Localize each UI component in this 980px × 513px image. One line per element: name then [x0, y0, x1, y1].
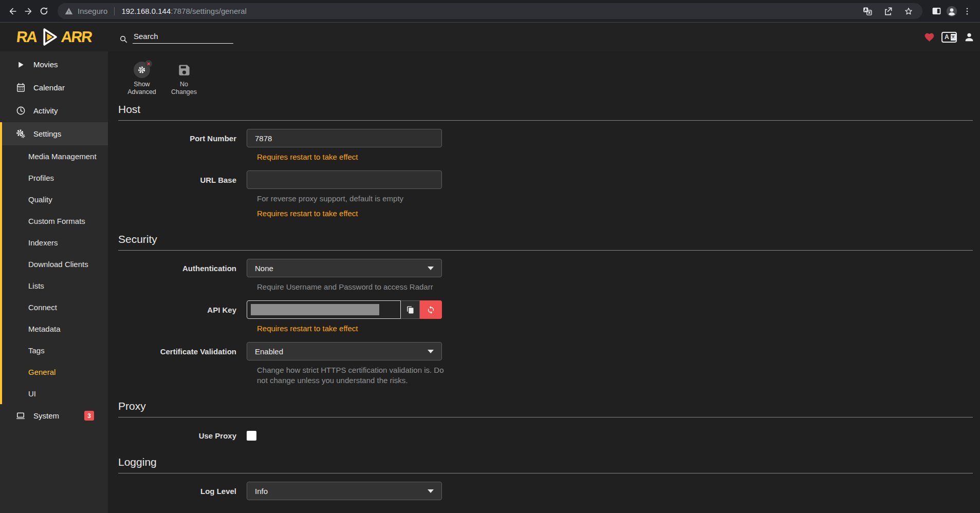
sidebar-item-settings[interactable]: Settings	[2, 122, 108, 145]
sidebar-item-calendar[interactable]: Calendar	[0, 76, 108, 99]
forward-button[interactable]	[21, 4, 36, 19]
sidebar-subitem-download-clients[interactable]: Download Clients	[2, 253, 108, 275]
warning-triangle-icon	[65, 7, 73, 15]
sidebar-subitem-profiles[interactable]: Profiles	[2, 167, 108, 188]
radarr-logo[interactable]: RA ARR	[0, 26, 108, 48]
share-button[interactable]	[881, 5, 895, 18]
sidebar-settings-group: Settings Media Management Profiles Quali…	[0, 122, 108, 404]
url-path: :7878/settings/general	[171, 7, 247, 15]
address-divider	[114, 7, 115, 15]
copy-icon	[406, 306, 415, 314]
security-status-label[interactable]: Inseguro	[78, 7, 107, 15]
translate-letter-a: A	[945, 33, 949, 41]
search-box	[119, 31, 233, 44]
forward-arrow-icon	[23, 6, 33, 16]
sidebar-subitem-lists[interactable]: Lists	[2, 275, 108, 296]
address-bar[interactable]: Inseguro 192.168.0.144:7878/settings/gen…	[58, 3, 922, 19]
sidebar-subitem-metadata[interactable]: Metadata	[2, 318, 108, 339]
api-key-input[interactable]	[247, 300, 401, 319]
certificate-validation-select[interactable]: Enabled	[247, 342, 442, 360]
translate-app-button[interactable]: A	[941, 32, 957, 43]
authentication-group: Authentication None Require Username and…	[118, 259, 973, 292]
browser-menu-button[interactable]	[959, 4, 975, 19]
sidebar-item-activity[interactable]: Activity	[0, 99, 108, 122]
use-proxy-label: Use Proxy	[118, 431, 247, 440]
log-level-select[interactable]: Info	[247, 482, 442, 500]
port-number-label: Port Number	[118, 134, 247, 143]
section-title: Security	[118, 233, 973, 251]
sidebar-subitem-media-management[interactable]: Media Management	[2, 145, 108, 167]
sidebar-item-label: System	[33, 411, 59, 420]
section-proxy: Proxy Use Proxy	[118, 400, 973, 441]
logo-text-right: ARR	[61, 29, 93, 45]
sidebar-subitem-ui[interactable]: UI	[2, 383, 108, 404]
calendar-icon	[15, 83, 26, 92]
browser-chrome: Inseguro 192.168.0.144:7878/settings/gen…	[0, 0, 980, 23]
advanced-gear-icon: ×	[134, 62, 150, 78]
copy-api-key-button[interactable]	[401, 300, 420, 319]
system-status-badge: 3	[84, 411, 94, 421]
share-icon	[883, 6, 893, 16]
bookmark-button[interactable]	[902, 5, 915, 18]
section-title: Proxy	[118, 400, 973, 417]
authentication-select[interactable]: None	[247, 259, 442, 277]
translate-icon	[862, 6, 873, 16]
url-text: 192.168.0.144:7878/settings/general	[121, 7, 247, 15]
reload-icon	[39, 6, 49, 16]
search-input[interactable]	[133, 31, 233, 44]
no-changes-label: NoChanges	[171, 81, 197, 96]
play-logo-icon	[38, 26, 60, 48]
save-changes-button[interactable]: NoChanges	[165, 62, 203, 96]
person-icon	[964, 31, 975, 43]
donate-button[interactable]	[924, 32, 935, 43]
profile-button[interactable]	[944, 4, 959, 19]
show-advanced-button[interactable]: × ShowAdvanced	[123, 62, 161, 96]
app-header: RA ARR A	[0, 23, 980, 51]
section-title: Logging	[118, 456, 973, 473]
restart-warning: Requires restart to take effect	[257, 324, 448, 334]
url-base-label: URL Base	[118, 176, 247, 184]
advanced-hidden-badge: ×	[145, 60, 152, 67]
sidebar: Movies Calendar Activity Settings Media …	[0, 51, 108, 513]
sidebar-item-label: Calendar	[33, 83, 65, 92]
reload-button[interactable]	[36, 4, 51, 19]
sidebar-subitem-custom-formats[interactable]: Custom Formats	[2, 210, 108, 232]
laptop-icon	[15, 411, 26, 421]
sidebar-subitem-quality[interactable]: Quality	[2, 188, 108, 210]
sidebar-item-movies[interactable]: Movies	[0, 53, 108, 76]
refresh-icon	[427, 306, 435, 314]
section-host: Host Port Number Requires restart to tak…	[118, 103, 973, 219]
use-proxy-checkbox[interactable]	[247, 431, 256, 441]
selected-value: Info	[255, 487, 428, 496]
api-key-label: API Key	[118, 306, 247, 314]
settings-general-page: × ShowAdvanced NoChanges Host Port Numbe…	[108, 51, 980, 513]
clock-icon	[15, 106, 26, 116]
kebab-menu-icon	[963, 7, 972, 16]
sidebar-subitem-connect[interactable]: Connect	[2, 296, 108, 318]
authentication-label: Authentication	[118, 264, 247, 273]
sidebar-subitem-general[interactable]: General	[2, 361, 108, 383]
port-number-input[interactable]	[247, 129, 442, 147]
sidebar-subitem-tags[interactable]: Tags	[2, 339, 108, 361]
back-button[interactable]	[5, 4, 21, 19]
side-panel-button[interactable]	[929, 4, 944, 19]
regenerate-api-key-button[interactable]	[420, 300, 442, 319]
api-key-redacted-value	[251, 304, 379, 315]
sidebar-item-label: Activity	[33, 106, 58, 115]
heart-icon	[924, 32, 935, 43]
url-base-input[interactable]	[247, 170, 442, 189]
translate-icon: A	[941, 32, 957, 43]
authentication-help: Require Username and Password to access …	[257, 282, 448, 292]
search-icon	[119, 35, 128, 44]
sidebar-item-label: Movies	[33, 60, 58, 69]
sidebar-item-label: Settings	[33, 129, 61, 138]
selected-value: None	[255, 264, 428, 273]
translate-page-button[interactable]	[861, 5, 874, 18]
sidebar-item-system[interactable]: System 3	[0, 404, 108, 427]
translate-glyph-box	[951, 34, 956, 41]
sidebar-subitem-indexers[interactable]: Indexers	[2, 232, 108, 253]
user-button[interactable]	[964, 31, 975, 43]
log-level-label: Log Level	[118, 487, 247, 496]
gears-icon	[15, 128, 26, 139]
star-icon	[903, 6, 914, 16]
